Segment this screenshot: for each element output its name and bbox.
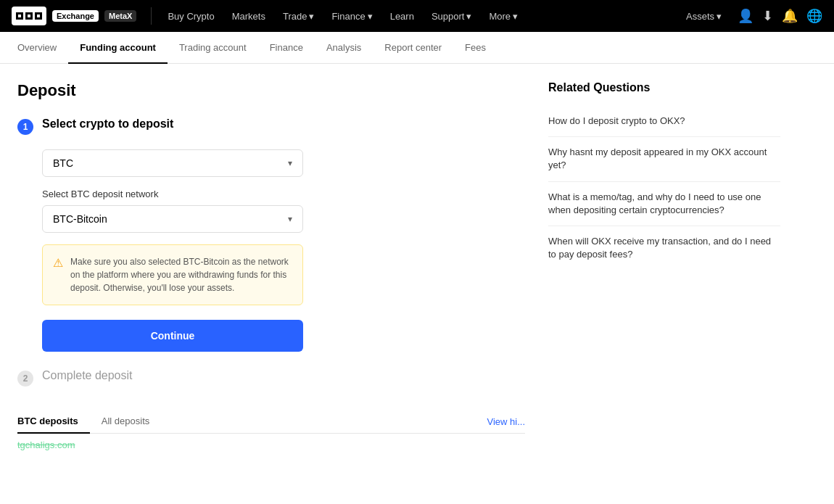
nav-divider (151, 7, 152, 25)
network-select[interactable]: BTC-Bitcoin ▾ (42, 205, 303, 233)
deposit-title: Deposit (17, 81, 525, 100)
subnav-finance[interactable]: Finance (258, 32, 315, 64)
user-icon[interactable]: 👤 (738, 8, 754, 24)
nav-trade[interactable]: Trade ▾ (276, 11, 321, 22)
step-1-number: 1 (17, 119, 33, 135)
svg-rect-4 (28, 15, 30, 17)
meta-badge[interactable]: MetaX (104, 10, 136, 22)
chevron-down-icon: ▾ (513, 11, 518, 22)
svg-rect-3 (18, 15, 21, 17)
related-questions-title: Related Questions (548, 81, 780, 94)
subnav-trading-account[interactable]: Trading account (168, 32, 258, 64)
warning-text: Make sure you also selected BTC-Bitcoin … (70, 255, 292, 294)
network-label: Select BTC deposit network (42, 189, 525, 199)
subnav-overview[interactable]: Overview (17, 32, 68, 64)
chevron-down-icon: ▾ (288, 214, 292, 224)
chevron-down-icon: ▾ (288, 158, 292, 168)
tab-btc-deposits[interactable]: BTC deposits (17, 410, 90, 434)
warning-icon: ⚠ (53, 256, 63, 294)
sub-nav: Overview Funding account Trading account… (0, 32, 834, 64)
main-nav: Exchange MetaX Buy Crypto Markets Trade … (0, 0, 834, 32)
view-history-link[interactable]: View hi... (487, 416, 525, 427)
chevron-down-icon: ▾ (368, 11, 373, 22)
logo-area: Exchange MetaX (12, 7, 136, 25)
svg-rect-5 (37, 15, 40, 17)
bell-icon[interactable]: 🔔 (782, 8, 798, 24)
deposit-content: Deposit 1 Select crypto to deposit BTC ▾… (17, 81, 525, 487)
download-icon[interactable]: ⬇ (762, 8, 773, 24)
related-question-1[interactable]: How do I deposit crypto to OKX? (548, 106, 780, 137)
watermark: tgchaligs.com (17, 439, 525, 450)
nav-finance[interactable]: Finance ▾ (324, 11, 379, 22)
chevron-down-icon: ▾ (466, 11, 471, 22)
step-1-label: Select crypto to deposit (42, 117, 173, 131)
nav-assets[interactable]: Assets ▾ (679, 11, 729, 22)
tab-all-deposits[interactable]: All deposits (90, 410, 161, 434)
nav-right: Assets ▾ 👤 ⬇ 🔔 🌐 (679, 8, 822, 24)
crypto-select-value: BTC (53, 157, 73, 169)
subnav-fees[interactable]: Fees (453, 32, 497, 64)
step-2: 2 Complete deposit (17, 369, 525, 387)
exchange-badge[interactable]: Exchange (52, 10, 99, 22)
related-question-2[interactable]: Why hasnt my deposit appeared in my OKX … (548, 137, 780, 181)
step-1: 1 Select crypto to deposit (17, 117, 525, 135)
crypto-select[interactable]: BTC ▾ (42, 149, 303, 177)
nav-markets[interactable]: Markets (225, 11, 273, 22)
nav-learn[interactable]: Learn (383, 11, 421, 22)
chevron-down-icon: ▾ (309, 11, 314, 22)
step-2-number: 2 (17, 371, 33, 387)
network-select-value: BTC-Bitcoin (53, 213, 107, 225)
step-2-label: Complete deposit (42, 369, 133, 382)
chevron-down-icon: ▾ (717, 11, 722, 22)
globe-icon[interactable]: 🌐 (806, 8, 822, 24)
continue-button[interactable]: Continue (42, 320, 303, 352)
sidebar: Related Questions How do I deposit crypt… (548, 81, 780, 487)
network-warning: ⚠ Make sure you also selected BTC-Bitcoi… (42, 244, 303, 305)
subnav-funding-account[interactable]: Funding account (68, 32, 168, 64)
subnav-report-center[interactable]: Report center (373, 32, 453, 64)
okx-logo (12, 7, 46, 25)
nav-support[interactable]: Support ▾ (424, 11, 479, 22)
related-question-3[interactable]: What is a memo/tag, and why do I need to… (548, 182, 780, 226)
related-question-4[interactable]: When will OKX receive my transaction, an… (548, 226, 780, 270)
deposit-tabs: BTC deposits All deposits View hi... (17, 410, 525, 434)
subnav-analysis[interactable]: Analysis (315, 32, 373, 64)
main-content: Deposit 1 Select crypto to deposit BTC ▾… (0, 64, 834, 504)
nav-buy-crypto[interactable]: Buy Crypto (160, 11, 221, 22)
step-1-content: BTC ▾ Select BTC deposit network BTC-Bit… (42, 149, 525, 352)
nav-more[interactable]: More ▾ (482, 11, 525, 22)
